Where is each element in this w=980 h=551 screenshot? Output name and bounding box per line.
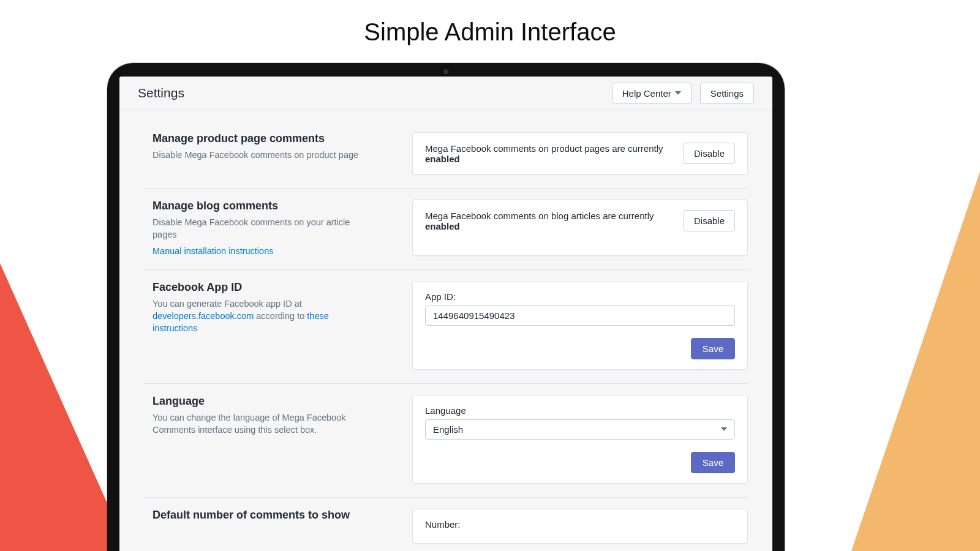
app-id-label: App ID: <box>425 291 735 302</box>
disable-product-button[interactable]: Disable <box>684 143 735 164</box>
camera-dot <box>443 69 448 74</box>
topbar: Settings Help Center Settings <box>119 77 772 110</box>
section-left: Facebook App ID You can generate Faceboo… <box>144 281 375 370</box>
save-app-id-button[interactable]: Save <box>691 338 735 359</box>
manual-install-link[interactable]: Manual installation instructions <box>153 246 273 256</box>
status-prefix: Mega Facebook comments on blog articles … <box>425 211 654 221</box>
content-scroll[interactable]: Manage product page comments Disable Meg… <box>119 110 772 551</box>
developers-link[interactable]: developers.facebook.com <box>153 311 254 321</box>
section-title: Manage blog comments <box>153 200 375 212</box>
disable-blog-button[interactable]: Disable <box>684 210 735 231</box>
status-prefix: Mega Facebook comments on product pages … <box>425 143 663 154</box>
card-actions: Save <box>425 338 735 359</box>
desc-prefix: You can generate Facebook app ID at <box>153 299 302 309</box>
bg-accent-right <box>851 171 980 551</box>
card-language: Language English Save <box>412 395 748 484</box>
section-app-id: Facebook App ID You can generate Faceboo… <box>144 270 748 384</box>
section-title: Manage product page comments <box>153 132 375 145</box>
language-select[interactable]: English <box>425 419 735 440</box>
page-title: Settings <box>138 86 612 100</box>
help-center-label: Help Center <box>622 88 671 99</box>
section-desc: Disable Mega Facebook comments on your a… <box>153 216 375 241</box>
section-title: Default number of comments to show <box>153 509 375 522</box>
save-language-button[interactable]: Save <box>691 452 735 473</box>
card-product-status: Mega Facebook comments on product pages … <box>412 132 748 174</box>
section-left: Manage blog comments Disable Mega Facebo… <box>144 200 375 256</box>
topbar-actions: Help Center Settings <box>612 83 754 104</box>
section-title: Language <box>153 395 375 408</box>
card-row: Mega Facebook comments on product pages … <box>425 143 735 164</box>
chevron-down-icon <box>675 90 681 96</box>
section-link-row: Manual installation instructions <box>153 246 375 256</box>
section-desc: You can change the language of Mega Face… <box>153 411 375 437</box>
settings-button[interactable]: Settings <box>700 83 754 104</box>
device-frame: Settings Help Center Settings Manage pro… <box>107 63 785 551</box>
settings-label: Settings <box>710 88 744 99</box>
status-value: enabled <box>425 154 460 164</box>
section-left: Manage product page comments Disable Meg… <box>144 132 375 174</box>
section-desc: Disable Mega Facebook comments on produc… <box>153 149 375 161</box>
section-left: Language You can change the language of … <box>144 395 375 484</box>
card-row: Mega Facebook comments on blog articles … <box>425 210 735 231</box>
desc-mid: according to <box>254 311 307 321</box>
number-label: Number: <box>425 519 735 530</box>
section-blog-comments: Manage blog comments Disable Mega Facebo… <box>144 189 748 270</box>
card-actions: Save <box>425 452 735 473</box>
section-left: Default number of comments to show <box>144 509 375 544</box>
blog-status-text: Mega Facebook comments on blog articles … <box>425 211 671 231</box>
app-screen: Settings Help Center Settings Manage pro… <box>119 77 772 551</box>
card-app-id: App ID: Save <box>412 281 748 370</box>
app-id-input[interactable] <box>425 305 735 326</box>
language-label: Language <box>425 405 735 416</box>
status-value: enabled <box>425 221 460 231</box>
section-desc: You can generate Facebook app ID at deve… <box>153 298 375 335</box>
section-comment-count: Default number of comments to show Numbe… <box>144 498 748 551</box>
section-product-comments: Manage product page comments Disable Meg… <box>144 121 748 189</box>
product-status-text: Mega Facebook comments on product pages … <box>425 143 671 164</box>
card-comment-count: Number: <box>412 509 748 544</box>
section-language: Language You can change the language of … <box>144 384 748 498</box>
help-center-button[interactable]: Help Center <box>612 83 692 104</box>
hero-title: Simple Admin Interface <box>0 18 980 46</box>
card-blog-status: Mega Facebook comments on blog articles … <box>412 200 748 256</box>
section-title: Facebook App ID <box>153 281 375 294</box>
